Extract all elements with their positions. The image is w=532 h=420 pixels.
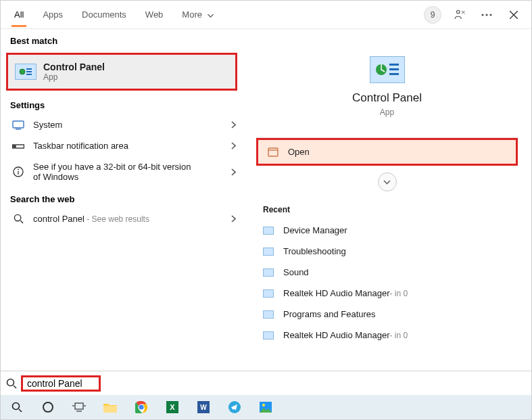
svg-point-25	[13, 403, 20, 410]
search-bar	[1, 371, 531, 395]
cpl-mini-icon	[263, 310, 274, 319]
best-match-result[interactable]: Control Panel App	[6, 53, 237, 91]
recent-label: Troubleshooting	[283, 246, 346, 256]
preview-title: Control Panel	[352, 91, 422, 105]
svg-point-15	[14, 214, 20, 220]
chrome-icon[interactable]	[128, 396, 155, 418]
chevron-right-icon	[231, 121, 236, 129]
recent-label: Sound	[283, 267, 309, 277]
chevron-right-icon	[231, 142, 236, 149]
svg-point-42	[262, 404, 265, 406]
svg-rect-7	[26, 71, 32, 72]
recent-heading: Recent	[263, 205, 518, 214]
feedback-icon[interactable]	[449, 4, 470, 26]
task-view-icon[interactable]	[66, 396, 93, 418]
svg-point-23	[7, 379, 14, 386]
tab-more-label: More	[182, 9, 202, 20]
open-action[interactable]: Open	[256, 138, 518, 166]
open-label: Open	[288, 147, 310, 157]
svg-rect-11	[14, 145, 16, 147]
cpl-mini-icon	[263, 289, 274, 298]
svg-point-3	[489, 14, 491, 16]
recent-suffix: - in 0	[390, 331, 408, 340]
recent-item[interactable]: Programs and Features	[256, 304, 518, 325]
web-query: control Panel	[33, 214, 84, 224]
best-match-title: Control Panel	[43, 62, 105, 72]
taskbar-search-button[interactable]	[3, 396, 30, 418]
svg-rect-6	[26, 68, 32, 70]
recent-label: Programs and Features	[283, 309, 376, 319]
svg-rect-28	[75, 403, 83, 409]
svg-rect-8	[26, 74, 32, 75]
tab-more[interactable]: More	[172, 3, 222, 26]
svg-point-2	[485, 14, 487, 16]
recent-item[interactable]: Device Manager	[256, 220, 518, 241]
search-input[interactable]	[27, 378, 95, 389]
chevron-right-icon	[231, 215, 236, 223]
svg-point-27	[43, 402, 53, 412]
tab-apps[interactable]: Apps	[33, 3, 72, 26]
open-icon	[268, 147, 279, 157]
svg-rect-20	[389, 68, 399, 70]
recent-item[interactable]: Troubleshooting	[256, 241, 518, 262]
recent-item[interactable]: Realtek HD Audio Manager - in 0	[256, 325, 518, 346]
file-explorer-icon[interactable]	[97, 396, 124, 418]
recent-suffix: - in 0	[390, 289, 408, 298]
recent-item[interactable]: Realtek HD Audio Manager - in 0	[256, 283, 518, 304]
caret-down-icon	[208, 14, 214, 18]
web-result[interactable]: control Panel - See web results	[1, 208, 243, 229]
recent-label: Device Manager	[283, 225, 347, 235]
web-heading: Search the web	[1, 187, 243, 208]
svg-rect-19	[389, 64, 399, 66]
info-icon	[10, 166, 26, 177]
excel-icon[interactable]: X	[159, 396, 186, 418]
result-label: See if you have a 32-bit or 64-bit versi…	[33, 162, 195, 182]
results-list: Best match Control Panel App Settings Sy…	[1, 29, 243, 371]
more-options-icon[interactable]	[476, 4, 498, 26]
settings-result-system[interactable]: System	[1, 114, 243, 135]
svg-line-24	[14, 386, 16, 388]
tab-documents[interactable]: Documents	[72, 3, 136, 26]
expand-actions[interactable]	[378, 172, 397, 191]
tab-all[interactable]: All	[5, 3, 33, 26]
recent-label: Realtek HD Audio Manager	[283, 330, 390, 340]
best-match-subtitle: App	[43, 72, 105, 82]
telegram-icon[interactable]	[221, 396, 248, 418]
search-panel: All Apps Documents Web More 9 Best match	[0, 0, 532, 420]
cpl-mini-icon	[263, 227, 274, 235]
cpl-mini-icon	[263, 269, 274, 277]
cpl-mini-icon	[263, 331, 274, 340]
scope-tabs: All Apps Documents Web More 9	[1, 1, 531, 29]
photos-icon[interactable]	[252, 396, 279, 418]
svg-rect-9	[13, 121, 24, 128]
svg-point-0	[457, 10, 460, 14]
svg-point-1	[481, 14, 483, 16]
settings-result-taskbar[interactable]: Taskbar notification area	[1, 135, 243, 156]
best-match-heading: Best match	[1, 29, 243, 50]
windows-taskbar: X W	[1, 395, 531, 419]
svg-text:X: X	[170, 403, 175, 411]
control-panel-large-icon	[370, 56, 405, 83]
recent-label: Realtek HD Audio Manager	[283, 288, 390, 298]
svg-text:W: W	[200, 404, 207, 411]
search-icon	[6, 378, 17, 389]
result-label: System	[33, 120, 62, 130]
web-hint: - See web results	[84, 214, 149, 224]
settings-result-bitness[interactable]: See if you have a 32-bit or 64-bit versi…	[1, 156, 243, 187]
word-icon[interactable]: W	[190, 396, 217, 418]
cortana-icon[interactable]	[34, 396, 62, 418]
badge-count: 9	[424, 6, 441, 24]
cpl-mini-icon	[263, 248, 274, 256]
close-icon[interactable]	[503, 4, 525, 26]
recent-item[interactable]: Sound	[256, 262, 518, 283]
taskbar-icon	[10, 142, 26, 150]
svg-point-14	[18, 169, 19, 170]
preview-pane: Control Panel App Open Recent Device Man…	[243, 29, 531, 371]
tab-web[interactable]: Web	[136, 3, 173, 26]
rewards-badge[interactable]: 9	[422, 4, 443, 26]
svg-point-5	[20, 69, 25, 74]
svg-rect-21	[389, 73, 399, 75]
svg-line-16	[20, 220, 23, 223]
svg-line-26	[19, 409, 22, 412]
monitor-icon	[10, 120, 26, 130]
